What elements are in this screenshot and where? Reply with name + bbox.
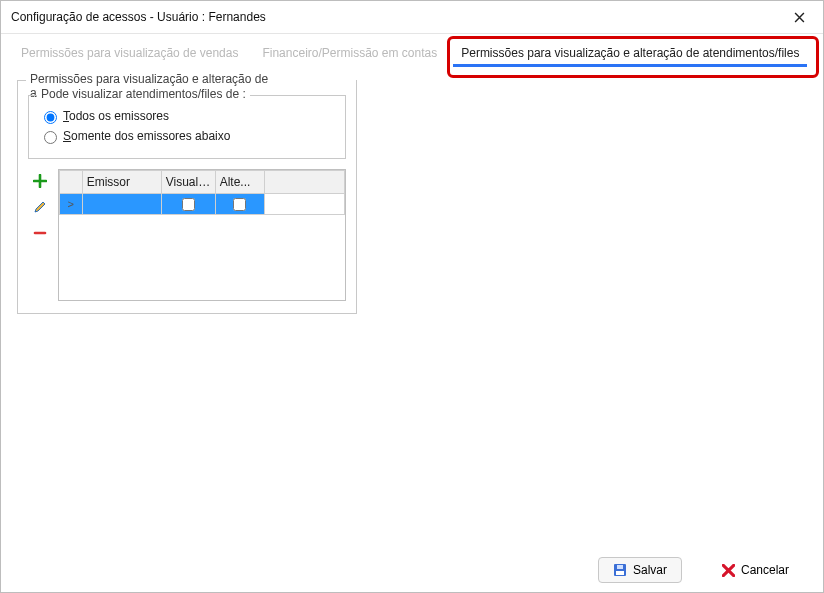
radio-todos[interactable] (44, 111, 57, 124)
col-alterar[interactable]: Alte... (215, 171, 264, 194)
radio-somente-text: omente dos emissores abaixo (71, 129, 230, 143)
radio-row-somente[interactable]: Somente dos emissores abaixo (39, 128, 335, 144)
cell-spacer (264, 194, 344, 215)
cell-visualizar[interactable] (161, 194, 215, 215)
checkbox-visualizar[interactable] (182, 198, 195, 211)
radio-somente-label: Somente dos emissores abaixo (63, 129, 230, 143)
cell-emissor[interactable] (82, 194, 161, 215)
radio-todos-label: Todos os emissores (63, 109, 169, 123)
pencil-icon (33, 200, 47, 214)
window-root: Configuração de acessos - Usuário : Fern… (0, 0, 824, 593)
col-indicator (59, 171, 82, 194)
radio-todos-text: odos os emissores (69, 109, 169, 123)
col-emissor[interactable]: Emissor (82, 171, 161, 194)
cancel-button[interactable]: Cancelar (708, 558, 803, 582)
cell-alterar[interactable] (215, 194, 264, 215)
radio-somente-mnemonic: S (63, 129, 71, 143)
save-button[interactable]: Salvar (598, 557, 682, 583)
active-tab-underline (453, 64, 807, 67)
radio-row-todos[interactable]: Todos os emissores (39, 108, 335, 124)
svg-rect-1 (616, 571, 624, 575)
window-title: Configuração de acessos - Usuário : Fern… (11, 10, 266, 24)
col-spacer (264, 171, 344, 194)
row-indicator: > (59, 194, 82, 215)
subfieldset-legend: Pode visualizar atendimentos/files de : (37, 87, 250, 101)
grid-area: Emissor Visuali... Alte... > (28, 169, 346, 301)
tab-vendas[interactable]: Permissões para visualização de vendas (13, 42, 246, 64)
tab-bar: Permissões para visualização de vendas F… (1, 34, 823, 64)
cancel-icon (722, 564, 735, 577)
emissores-table[interactable]: Emissor Visuali... Alte... > (58, 169, 346, 301)
tab-outros[interactable]: Outros (815, 42, 824, 64)
save-icon (613, 563, 627, 577)
radio-somente[interactable] (44, 131, 57, 144)
save-button-label: Salvar (633, 563, 667, 577)
minus-icon (33, 226, 47, 240)
edit-row-button[interactable] (30, 197, 50, 217)
col-visualizar[interactable]: Visuali... (161, 171, 215, 194)
tab-atendimentos[interactable]: Permissões para visualização e alteração… (453, 42, 807, 64)
checkbox-alterar[interactable] (233, 198, 246, 211)
footer: Salvar Cancelar (1, 548, 823, 592)
titlebar: Configuração de acessos - Usuário : Fern… (1, 1, 823, 34)
tab-financeiro[interactable]: Financeiro/Permissão em contas (254, 42, 445, 64)
permissions-fieldset: Permissões para visualização e alteração… (17, 80, 357, 314)
plus-icon (33, 174, 47, 188)
close-icon (794, 12, 805, 23)
remove-row-button[interactable] (30, 223, 50, 243)
close-button[interactable] (785, 3, 813, 31)
svg-rect-2 (617, 565, 623, 569)
visualization-subfieldset: Pode visualizar atendimentos/files de : … (28, 95, 346, 159)
grid-toolbar (28, 169, 52, 301)
cancel-button-label: Cancelar (741, 563, 789, 577)
table-row[interactable]: > (59, 194, 344, 215)
add-row-button[interactable] (30, 171, 50, 191)
content-area: Permissões para visualização e alteração… (1, 64, 823, 314)
